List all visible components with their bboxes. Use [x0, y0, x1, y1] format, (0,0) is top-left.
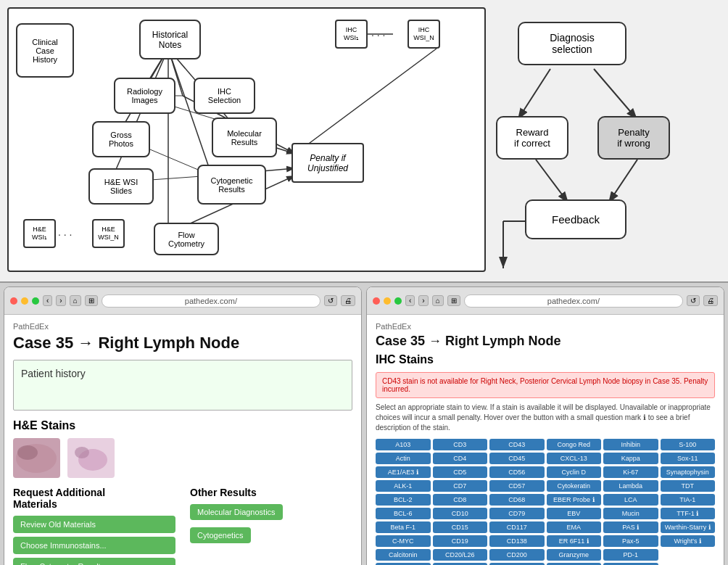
tl-green-left[interactable]	[32, 297, 39, 305]
stain-btn[interactable]: CD8	[433, 494, 488, 506]
forward-btn-right[interactable]: ›	[418, 295, 428, 306]
tl-red-left[interactable]	[10, 297, 17, 305]
stain-btn[interactable]: CD79	[489, 508, 545, 519]
ihc-stains-title: IHC Stains	[376, 353, 715, 366]
stain-btn[interactable]: EBV	[547, 508, 602, 519]
tl-yellow-right[interactable]	[384, 297, 391, 305]
stain-btn[interactable]: AE1/AE3 ℹ	[376, 466, 431, 478]
ihc-wsi1-node: IHCWSI₁	[335, 20, 368, 49]
he-wsi-node: H&E WSI Slides	[88, 168, 154, 205]
two-col-section: Request Additional Materials Review Old …	[13, 487, 352, 565]
stain-btn[interactable]: CD4	[433, 453, 488, 464]
back-btn-right[interactable]: ‹	[405, 295, 415, 306]
stain-btn[interactable]: CD15	[433, 521, 488, 533]
stain-btn[interactable]: CD200	[489, 549, 545, 561]
stain-btn[interactable]: CD7	[433, 480, 488, 492]
cytogenetics-btn[interactable]: Cytogenetics	[190, 527, 251, 543]
review-old-materials-btn[interactable]: Review Old Materials	[13, 516, 175, 533]
flow-cytometry-node: Flow Cytometry	[154, 223, 219, 255]
stain-image-2[interactable]	[67, 438, 115, 478]
stain-btn[interactable]: Granzyme	[547, 549, 602, 561]
stain-btn[interactable]: TIA-1	[661, 494, 716, 506]
stain-grid: A103CD3CD43Congo RedInhibinS-100ActinCD4…	[376, 439, 715, 565]
home-btn-right[interactable]: ⌂	[432, 295, 444, 306]
tl-green-right[interactable]	[394, 297, 402, 305]
stain-btn[interactable]: Mucin	[603, 508, 658, 519]
stain-btn[interactable]: Actin	[376, 453, 431, 464]
stain-btn[interactable]: CD45	[489, 453, 545, 464]
back-btn-left[interactable]: ‹	[43, 295, 52, 306]
stain-btn[interactable]: Warthin-Starry ℹ	[661, 521, 716, 533]
molecular-diagnostics-btn[interactable]: Molecular Diagnostics	[190, 504, 283, 520]
tl-yellow-left[interactable]	[21, 297, 28, 305]
stain-btn[interactable]: Calcitonin	[376, 549, 431, 561]
bottom-section: ‹ › ⌂ ⊞ pathedex.com/ ↺ 🖨 PathEdEx Case …	[0, 283, 728, 565]
stain-btn[interactable]: LCA	[603, 494, 658, 506]
stain-btn[interactable]: Lambda	[603, 480, 658, 492]
stain-btn[interactable]: Synaptophysin	[661, 466, 716, 478]
reload-btn-right[interactable]: ↺	[687, 295, 700, 306]
right-browser-content: PathEdEx Case 35 → Right Lymph Node IHC …	[367, 315, 724, 565]
stain-btn[interactable]: Ki-67	[603, 466, 658, 478]
stain-btn[interactable]: CD3	[433, 439, 488, 450]
left-browser-chrome: ‹ › ⌂ ⊞ pathedex.com/ ↺ 🖨	[4, 287, 361, 315]
request-materials-title: Request Additional Materials	[13, 487, 175, 510]
he-wsi1-node: H&EWSI₁	[23, 219, 56, 248]
stain-btn[interactable]: ER 6F11 ℹ	[547, 535, 602, 547]
stain-btn[interactable]: Cyclin D	[547, 466, 602, 478]
flow-cytometry-btn[interactable]: Flow Cytometry Results	[13, 558, 175, 565]
stain-btn[interactable]: CXCL-13	[547, 453, 602, 464]
stain-btn[interactable]: TTF-1 ℹ	[661, 508, 716, 519]
stain-btn[interactable]: CD19	[433, 535, 488, 547]
stain-btn[interactable]: Congo Red	[547, 439, 602, 450]
stain-btn[interactable]: Beta F-1	[376, 521, 431, 533]
stain-btn[interactable]: PAS ℹ	[603, 521, 658, 533]
stain-btn[interactable]: TDT	[661, 480, 716, 492]
stain-btn[interactable]: CD5	[433, 466, 488, 478]
address-bar-right[interactable]: pathedex.com/	[464, 294, 683, 308]
forward-btn-left[interactable]: ›	[56, 295, 65, 306]
he-wsin-node: H&EWSI_N	[92, 219, 125, 248]
stain-btn[interactable]: BCL-2	[376, 494, 431, 506]
svg-line-18	[295, 49, 437, 154]
reload-btn-left[interactable]: ↺	[324, 295, 337, 306]
stain-btn[interactable]: CD57	[489, 480, 545, 492]
stain-btn[interactable]: CD10	[433, 508, 488, 519]
reward-node: Reward if correct	[496, 116, 568, 160]
stain-btn[interactable]: CD43	[489, 439, 545, 450]
stain-btn[interactable]: EMA	[547, 521, 602, 533]
stain-btn[interactable]: Wright's ℹ	[661, 535, 716, 547]
grid-btn-right[interactable]: ⊞	[447, 295, 460, 306]
grid-btn-left[interactable]: ⊞	[85, 295, 98, 306]
stain-image-1[interactable]	[13, 438, 60, 478]
stain-svg-2	[67, 438, 115, 478]
stain-btn[interactable]: CD68	[489, 494, 545, 506]
svg-line-21	[594, 69, 637, 120]
stain-btn[interactable]: Cytokeratin	[547, 480, 602, 492]
stain-btn[interactable]: Inhibin	[603, 439, 658, 450]
home-btn-left[interactable]: ⌂	[70, 295, 81, 306]
stain-btn[interactable]: Pax-5	[603, 535, 658, 547]
stain-btn[interactable]: A103	[376, 439, 431, 450]
stain-btn[interactable]: ALK-1	[376, 480, 431, 492]
stain-btn[interactable]: PD-1	[603, 549, 658, 561]
choose-immunostains-btn[interactable]: Choose Immunostains...	[13, 537, 175, 554]
other-results-title: Other Results	[190, 487, 352, 498]
stain-btn[interactable]: S-100	[661, 439, 716, 450]
print-btn-left[interactable]: 🖨	[341, 295, 355, 306]
alert-box: CD43 stain is not available for Right Ne…	[376, 372, 715, 398]
stain-btn[interactable]: Kappa	[603, 453, 658, 464]
diagram-section: Clinical Case History Historical Notes R…	[0, 0, 728, 283]
address-bar-left[interactable]: pathedex.com/	[102, 294, 320, 308]
stain-btn[interactable]: CD117	[489, 521, 545, 533]
print-btn-right[interactable]: 🖨	[703, 295, 718, 306]
stain-btn[interactable]: EBER Probe ℹ	[547, 494, 602, 506]
stain-btn[interactable]: CD138	[489, 535, 545, 547]
tl-red-right[interactable]	[373, 297, 380, 305]
stain-btn[interactable]: Sox-11	[661, 453, 716, 464]
stain-btn[interactable]: CD56	[489, 466, 545, 478]
stain-btn[interactable]: C-MYC	[376, 535, 431, 547]
penalty-node: Penalty if wrong	[597, 116, 670, 160]
stain-btn[interactable]: CD20/L26	[433, 549, 488, 561]
stain-btn[interactable]: BCL-6	[376, 508, 431, 519]
